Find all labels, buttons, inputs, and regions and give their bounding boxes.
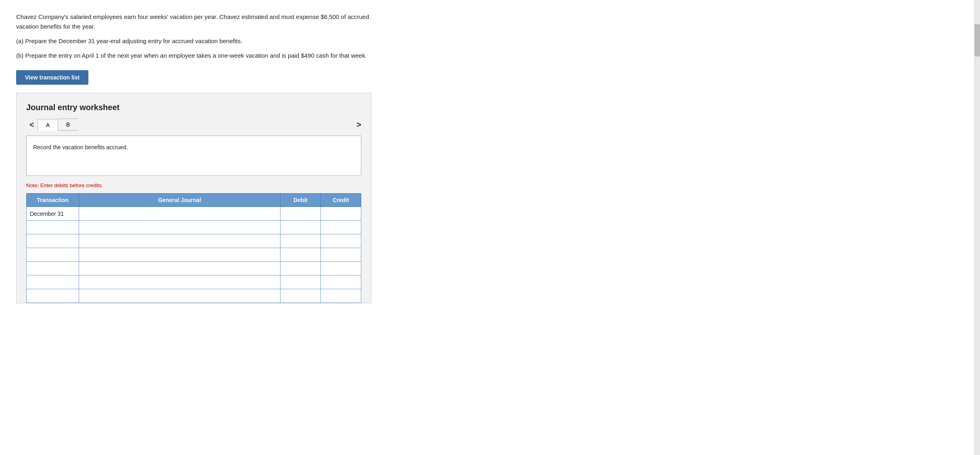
instruction-text: Record the vacation benefits accrued.: [33, 144, 128, 150]
credit-input[interactable]: [324, 265, 358, 272]
credit-input[interactable]: [324, 293, 358, 299]
debit-cell[interactable]: [281, 234, 321, 248]
transaction-cell: [27, 234, 79, 248]
col-header-debit: Debit: [281, 194, 321, 207]
journal-table: Transaction General Journal Debit Credit…: [26, 193, 361, 303]
transaction-cell: [27, 276, 79, 289]
paragraph-2a: (a) Prepare the December 31 year-end adj…: [16, 36, 387, 46]
debit-cell[interactable]: [281, 276, 321, 289]
transaction-cell: [27, 248, 79, 262]
credit-cell[interactable]: [321, 276, 361, 289]
general-journal-input[interactable]: [82, 238, 277, 244]
general-journal-cell[interactable]: [79, 276, 281, 289]
debit-cell[interactable]: [281, 221, 321, 234]
debit-cell[interactable]: [281, 248, 321, 262]
tabs-row: < A B >: [26, 119, 361, 131]
debit-input[interactable]: [284, 279, 317, 286]
general-journal-cell[interactable]: [79, 221, 281, 234]
general-journal-input[interactable]: [82, 293, 277, 299]
credit-cell[interactable]: [321, 221, 361, 234]
instruction-box: Record the vacation benefits accrued.: [26, 136, 361, 176]
tab-a[interactable]: A: [38, 119, 58, 131]
debit-input[interactable]: [284, 224, 317, 231]
debit-input[interactable]: [284, 238, 317, 244]
credit-cell[interactable]: [321, 262, 361, 276]
note-text: Note: Enter debits before credits.: [26, 182, 361, 188]
credit-cell[interactable]: [321, 289, 361, 303]
paragraph-1: Chavez Company's salaried employees earn…: [16, 12, 387, 31]
credit-input[interactable]: [324, 252, 358, 258]
view-transactions-button[interactable]: View transaction list: [16, 70, 88, 85]
credit-cell[interactable]: [321, 248, 361, 262]
credit-input[interactable]: [324, 279, 358, 286]
paragraph-2b: (b) Prepare the entry on April 1 of the …: [16, 51, 387, 61]
credit-cell[interactable]: [321, 234, 361, 248]
general-journal-input[interactable]: [82, 211, 277, 217]
credit-cell[interactable]: [321, 207, 361, 221]
col-header-credit: Credit: [321, 194, 361, 207]
debit-cell[interactable]: [281, 289, 321, 303]
table-row: [27, 221, 361, 234]
general-journal-input[interactable]: [82, 279, 277, 286]
general-journal-cell[interactable]: [79, 289, 281, 303]
credit-input[interactable]: [324, 224, 358, 231]
table-row: December 31: [27, 207, 361, 221]
debit-input[interactable]: [284, 211, 317, 217]
table-row: [27, 276, 361, 289]
general-journal-input[interactable]: [82, 252, 277, 258]
table-row: [27, 248, 361, 262]
worksheet-title: Journal entry worksheet: [26, 103, 361, 112]
table-row: [27, 262, 361, 276]
transaction-cell: December 31: [27, 207, 79, 221]
credit-input[interactable]: [324, 211, 358, 217]
table-row: [27, 234, 361, 248]
credit-input[interactable]: [324, 238, 358, 244]
prev-tab-button[interactable]: <: [26, 120, 38, 129]
general-journal-input[interactable]: [82, 265, 277, 272]
tab-b[interactable]: B: [58, 119, 78, 131]
debit-cell[interactable]: [281, 207, 321, 221]
general-journal-input[interactable]: [82, 224, 277, 231]
debit-input[interactable]: [284, 252, 317, 258]
general-journal-cell[interactable]: [79, 207, 281, 221]
table-header-row: Transaction General Journal Debit Credit: [27, 194, 361, 207]
debit-input[interactable]: [284, 293, 317, 299]
general-journal-cell[interactable]: [79, 234, 281, 248]
transaction-cell: [27, 289, 79, 303]
problem-text: Chavez Company's salaried employees earn…: [16, 12, 387, 61]
col-header-transaction: Transaction: [27, 194, 79, 207]
transaction-cell: [27, 221, 79, 234]
table-row: [27, 289, 361, 303]
col-header-general-journal: General Journal: [79, 194, 281, 207]
transaction-cell: [27, 262, 79, 276]
debit-cell[interactable]: [281, 262, 321, 276]
debit-input[interactable]: [284, 265, 317, 272]
next-tab-button[interactable]: >: [356, 120, 361, 129]
journal-entry-worksheet: Journal entry worksheet < A B > Record t…: [16, 93, 371, 303]
general-journal-cell[interactable]: [79, 262, 281, 276]
general-journal-cell[interactable]: [79, 248, 281, 262]
